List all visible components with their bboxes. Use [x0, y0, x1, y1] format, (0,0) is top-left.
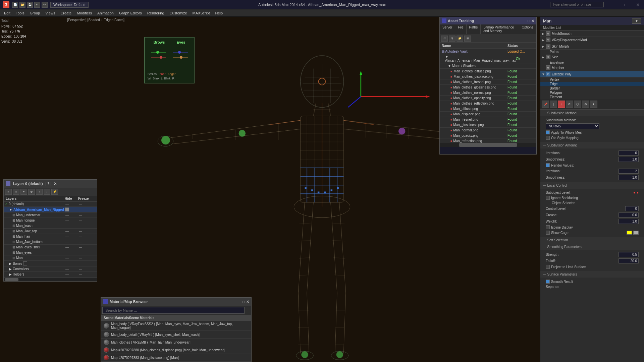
modifier-skin[interactable]: ▶ S Skin — [540, 54, 644, 60]
rptool-modifier[interactable]: | — [550, 101, 557, 108]
rptool-move[interactable]: ↕ — [558, 101, 565, 108]
nurms-dropdown[interactable]: NURMS — [546, 123, 599, 129]
layer-row-jawtop[interactable]: ⊞Man_Jaw_top — — — [4, 229, 97, 234]
project-checkbox[interactable] — [546, 265, 550, 269]
undo-btn[interactable]: ↩ — [34, 2, 40, 8]
cage-color-swatch1[interactable] — [627, 231, 632, 235]
layers-help-btn[interactable]: ? — [46, 182, 51, 186]
menu-create[interactable]: Create — [58, 10, 74, 16]
asset-row-mannormal[interactable]: ■ Man_normal.png Found — [440, 128, 536, 133]
layer-row-jawbottom[interactable]: ⊞Man_Jaw_bottom — — — [4, 239, 97, 245]
modifier-vraydisplace[interactable]: ▶ V VRayDisplacementMod — [540, 37, 644, 43]
layer-row-rigged[interactable]: ▼ African_American_Man_Rigged — — — [4, 207, 97, 213]
show-cage-checkbox[interactable] — [546, 231, 550, 235]
close-button[interactable]: ✕ — [632, 0, 644, 9]
rptool-scale[interactable]: ⬡ — [574, 101, 581, 108]
new-btn[interactable]: 📄 — [12, 2, 18, 8]
layer-row-controllers[interactable]: ▶Controllers — — — [4, 266, 97, 272]
open-btn[interactable]: 📂 — [19, 2, 25, 8]
crease-input[interactable] — [619, 213, 639, 218]
layer-row-man[interactable]: ⊞Man — — — [4, 255, 97, 261]
mod-sub-polygon[interactable]: Polygon — [540, 90, 644, 95]
asset-row-glossiness[interactable]: ■ Man_clothes_glossiness.png Found — [440, 85, 536, 90]
menu-modifiers[interactable]: Modifiers — [74, 10, 95, 16]
redo-btn[interactable]: ↪ — [42, 2, 48, 8]
help-search-input[interactable] — [550, 2, 604, 7]
asset-scrollbar[interactable] — [440, 143, 536, 147]
modifier-skinmorph[interactable]: ▶ S Skin Morph — [540, 43, 644, 50]
layer-row-helpers[interactable]: ▶Helpers — — — [4, 272, 97, 277]
mod-sub-element[interactable]: Element — [540, 95, 644, 99]
menu-group[interactable]: Group — [27, 10, 43, 16]
asset-row-maps[interactable]: ▼ Maps / Shaders — [440, 63, 536, 69]
asset-tool-grid[interactable]: ⊞ — [464, 36, 471, 42]
save-btn[interactable]: 💾 — [27, 2, 33, 8]
mod-sub-envelope[interactable]: Envelope — [540, 60, 644, 65]
asset-tool-refresh[interactable]: ↺ — [441, 36, 448, 42]
layer-row-underwear[interactable]: ⊞Man_underwear — — — [4, 213, 97, 218]
asset-row-mandiffuse[interactable]: ■ Man_diffuse.png Found — [440, 106, 536, 112]
rptool-prop[interactable]: ⚙ — [582, 101, 589, 108]
smooth-result-checkbox[interactable] — [546, 280, 550, 284]
mod-sub-edge[interactable]: Edge — [540, 82, 644, 86]
menu-graph-editors[interactable]: Graph Editors — [116, 10, 145, 16]
render-smoothness-input[interactable] — [619, 175, 639, 180]
material-row-map2[interactable]: Map #2070297883 (Man_displace.png) [Man] — [101, 354, 251, 362]
material-search-input[interactable] — [102, 307, 245, 314]
apply-whole-mesh-checkbox[interactable] — [546, 130, 550, 134]
asset-minimize-btn[interactable]: ─ — [524, 19, 527, 23]
asset-tool-folder[interactable]: 📁 — [457, 36, 463, 42]
layers-scrollbar[interactable] — [4, 277, 97, 281]
asset-tab-file[interactable]: File — [455, 24, 466, 34]
asset-tab-bitmap[interactable]: Bitmap Performance and Memory — [481, 24, 519, 34]
rptool-rotate[interactable]: ⟳ — [566, 101, 573, 108]
rptool-extra[interactable]: ✦ — [590, 101, 597, 108]
asset-row-manopacity[interactable]: ■ Man_opacity.png Found — [440, 133, 536, 138]
modifier-list-dropdown[interactable]: ▼ — [632, 18, 641, 24]
isoline-display-checkbox[interactable] — [546, 225, 550, 229]
asset-row-manrefraction[interactable]: ■ Man_refraction.png Found — [440, 138, 536, 143]
layers-tool-5[interactable]: ↑ — [36, 189, 43, 195]
layer-row-leash[interactable]: ⊞Man_leash — — — [4, 223, 97, 229]
menu-maxscript[interactable]: MAXScript — [190, 10, 213, 16]
render-values-checkbox[interactable] — [546, 163, 550, 167]
layer-bones-checkbox[interactable] — [23, 261, 27, 265]
layers-tool-4[interactable]: ⊕ — [28, 189, 35, 195]
layer-row-default[interactable]: ✓ 0 (default) — — — [4, 201, 97, 207]
old-style-mapping-checkbox[interactable] — [546, 136, 550, 140]
layers-tool-2[interactable]: ✕ — [13, 189, 19, 195]
asset-row-mandisplace[interactable]: ■ Man_displace.png Found — [440, 112, 536, 117]
modifier-meshsmooth[interactable]: ▶ M MeshSmooth — [540, 31, 644, 37]
layer-row-tongue[interactable]: ⊞Man_tongue — — — [4, 218, 97, 223]
iterations-input[interactable] — [619, 150, 639, 156]
asset-tab-paths[interactable]: Paths — [467, 24, 481, 34]
workspace-selector[interactable]: Workspace: Default — [50, 2, 89, 8]
control-level-input[interactable] — [625, 206, 639, 211]
layers-tool-6[interactable]: ↓ — [44, 189, 50, 195]
asset-tab-server[interactable]: Server — [440, 24, 455, 34]
layers-close-btn[interactable]: ✕ — [54, 182, 57, 186]
material-row-body[interactable]: Man_body ( VRayFastSSS2 ) [Man, Man_eyes… — [101, 321, 251, 331]
asset-tab-options[interactable]: Options — [519, 24, 536, 34]
asset-row-vault[interactable]: ⊞ Autodesk Vault Logged O... — [440, 49, 536, 54]
ignore-backfacing-checkbox[interactable] — [546, 196, 550, 200]
material-row-map1[interactable]: Map #2070297880 (Man_clothes_displace.pn… — [101, 346, 251, 354]
layer-row-eyes[interactable]: ⊞Man_eyes — — — [4, 250, 97, 255]
smoothness-input[interactable] — [619, 157, 639, 162]
asset-row-reflection[interactable]: ■ Man_clothes_reflection.png Found — [440, 101, 536, 106]
menu-help[interactable]: Help — [213, 10, 226, 16]
asset-close-btn[interactable]: ✕ — [531, 19, 534, 23]
modifier-morpher[interactable]: M Morpher — [540, 65, 644, 71]
menu-views[interactable]: Views — [43, 10, 58, 16]
restore-button[interactable]: □ — [620, 0, 632, 9]
material-row-clothes[interactable]: Man_clothes ( VRayMtl ) [Man_hair, Man_u… — [101, 339, 251, 346]
mod-sub-points[interactable]: Points — [540, 50, 644, 54]
asset-row-normal[interactable]: ■ Man_clothes_normal.png Found — [440, 90, 536, 96]
layers-tool-7[interactable]: ⚡ — [51, 189, 58, 195]
falloff-input[interactable] — [619, 258, 639, 263]
asset-row-fresnel[interactable]: ■ Man_clothes_fresnel.png Found — [440, 79, 536, 85]
asset-row-mangloss[interactable]: ■ Man_glossiness.png Found — [440, 122, 536, 128]
render-iterations-input[interactable] — [619, 169, 639, 174]
material-row-bodydetail[interactable]: Man_body_detail ( VRayMtl ) [Man_eyes_sh… — [101, 331, 251, 339]
asset-row-displace[interactable]: ■Man_clothes_displace.png Found — [440, 74, 536, 79]
